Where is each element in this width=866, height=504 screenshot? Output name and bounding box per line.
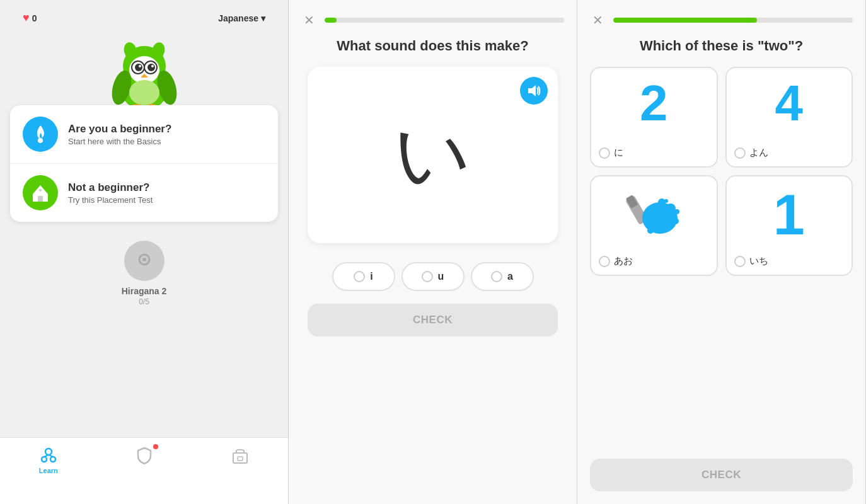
svg-point-39 (674, 209, 679, 214)
svg-rect-30 (238, 457, 243, 461)
hiragana-lock-icon (134, 251, 154, 271)
progress-bar (325, 18, 564, 23)
radio-two (599, 147, 610, 159)
option-cards: Are you a beginner? Start here with the … (10, 105, 278, 222)
two-question-header: ✕ (577, 0, 865, 38)
not-beginner-icon (23, 175, 58, 210)
svg-rect-29 (233, 453, 247, 463)
answer-grid: 2 に 4 よん (577, 67, 865, 276)
svg-point-10 (151, 65, 154, 67)
shop-nav-icon (231, 447, 249, 464)
svg-point-9 (139, 65, 141, 67)
beginner-card[interactable]: Are you a beginner? Start here with the … (10, 105, 278, 164)
svg-point-26 (50, 457, 55, 462)
svg-point-37 (658, 198, 666, 206)
svg-point-36 (673, 218, 679, 224)
check-button-3[interactable]: Check (590, 459, 853, 491)
panel-two-question: ✕ Which of these is "two"? 2 に 4 よん (577, 0, 866, 504)
close-button-2[interactable]: ✕ (590, 10, 606, 30)
sound-question-title: What sound does this make? (289, 38, 577, 54)
two-question-content: Which of these is "two"? 2 に 4 よん (577, 38, 865, 504)
hiragana-character: い (394, 104, 471, 207)
svg-point-40 (664, 199, 668, 203)
option-a[interactable]: a (471, 262, 534, 291)
close-button[interactable]: ✕ (301, 10, 317, 30)
radio-blue (599, 256, 610, 267)
beginner-icon (23, 117, 58, 152)
answer-two[interactable]: 2 に (590, 67, 718, 168)
number-one: 1 (773, 186, 805, 243)
radio-i (354, 271, 365, 282)
top-bar: ♥ 0 Japanese ▾ (0, 0, 288, 36)
hiragana-label: Hiragana 2 (122, 286, 167, 296)
svg-line-27 (44, 455, 49, 457)
option-i[interactable]: i (332, 262, 395, 291)
chevron-down-icon: ▾ (261, 13, 265, 23)
label-one: いち (749, 255, 768, 267)
language-name: Japanese (218, 13, 258, 23)
nav-shop[interactable] (221, 444, 259, 499)
not-beginner-title: Not a beginner? (68, 181, 153, 194)
sound-question-header: ✕ (289, 0, 577, 38)
heart-icon: ♥ (23, 11, 30, 25)
building-icon (30, 183, 50, 203)
svg-point-35 (666, 203, 676, 214)
radio-four (734, 147, 746, 159)
beginner-text: Are you a beginner? Start here with the … (68, 123, 171, 146)
learn-nav-label: Learn (39, 467, 58, 474)
hiragana-section: Hiragana 2 0/5 (0, 241, 288, 306)
radio-row-two: に (599, 147, 709, 159)
svg-point-14 (129, 80, 159, 105)
radio-row-one: いち (734, 255, 845, 267)
label-two: に (614, 147, 623, 159)
answer-blue[interactable]: あお (590, 175, 718, 276)
notification-dot (153, 444, 158, 449)
radio-row-blue: あお (599, 255, 709, 267)
svg-point-38 (647, 227, 654, 234)
option-u-label: u (438, 271, 444, 282)
hiragana-progress: 0/5 (139, 297, 149, 306)
shield-nav-icon (136, 447, 153, 464)
language-selector[interactable]: Japanese ▾ (208, 8, 275, 28)
svg-rect-20 (38, 196, 43, 202)
not-beginner-card[interactable]: Not a beginner? Try this Placement Test (10, 164, 278, 222)
nav-learn[interactable]: Learn (29, 444, 68, 499)
answer-one[interactable]: 1 いち (725, 175, 853, 276)
answer-four[interactable]: 4 よん (725, 67, 853, 168)
svg-point-24 (45, 449, 52, 455)
beginner-subtitle: Start here with the Basics (68, 137, 171, 146)
speaker-icon (527, 84, 541, 98)
brush-icon-area (599, 186, 709, 243)
number-two: 2 (640, 78, 668, 129)
character-card: い (308, 67, 558, 243)
progress-fill (325, 18, 337, 23)
sound-question-content: What sound does this make? い i u (289, 38, 577, 504)
svg-line-28 (49, 455, 53, 457)
svg-point-21 (39, 189, 42, 192)
flame-icon (30, 124, 50, 144)
label-blue: あお (614, 255, 633, 267)
not-beginner-subtitle: Try this Placement Test (68, 195, 153, 205)
svg-point-7 (135, 64, 142, 71)
option-i-label: i (370, 271, 372, 282)
not-beginner-text: Not a beginner? Try this Placement Test (68, 181, 153, 205)
check-button[interactable]: Check (308, 304, 558, 336)
radio-row-four: よん (734, 147, 845, 159)
nav-shield[interactable] (125, 444, 163, 499)
check-button-area: Check (590, 459, 853, 491)
sound-options: i u a (289, 262, 577, 291)
panel-learn: ♥ 0 Japanese ▾ (0, 0, 289, 504)
label-four: よん (749, 147, 768, 159)
paint-splash-icon (625, 190, 682, 240)
radio-one (734, 256, 746, 267)
beginner-title: Are you a beginner? (68, 123, 171, 135)
option-a-label: a (507, 271, 513, 282)
progress-bar-2 (613, 18, 853, 23)
radio-u (422, 271, 433, 282)
radio-a (491, 271, 502, 282)
hearts-counter: ♥ 0 (13, 6, 47, 30)
sound-button[interactable] (520, 77, 548, 105)
svg-point-25 (42, 457, 47, 462)
svg-marker-31 (528, 85, 536, 96)
option-u[interactable]: u (401, 262, 465, 291)
